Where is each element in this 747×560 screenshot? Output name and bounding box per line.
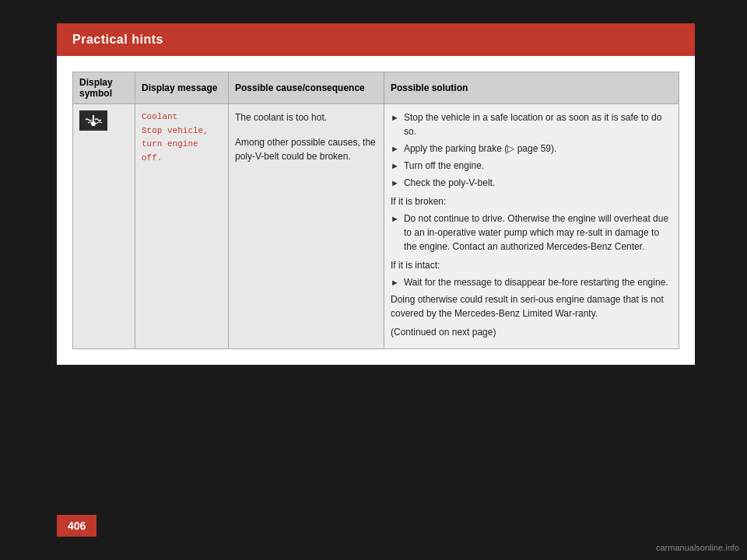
coolant-message: Coolant Stop vehicle, turn engine off. <box>142 110 222 165</box>
continued-text: (Continued on next page) <box>391 325 672 339</box>
cause-text-1: The coolant is too hot. <box>235 110 377 124</box>
bullet-text-1: Stop the vehicle in a safe location or a… <box>404 110 672 138</box>
solution-content: ► Stop the vehicle in a safe location or… <box>391 110 672 339</box>
col-header-solution: Possible solution <box>384 72 679 104</box>
bullet-item-5: ► Do not continue to drive. Otherwise th… <box>391 212 672 254</box>
header-bar: Practical hints <box>57 23 695 56</box>
bullet-text-4: Check the poly-V-belt. <box>404 176 495 190</box>
bullet-item-3: ► Turn off the engine. <box>391 159 672 173</box>
main-table: Display symbol Display message Possible … <box>72 72 679 349</box>
col-header-message: Display message <box>135 72 229 104</box>
table-container: Display symbol Display message Possible … <box>72 72 679 349</box>
page-title: Practical hints <box>72 33 163 46</box>
warning-text: Doing otherwise could result in seri-ous… <box>391 292 672 320</box>
cause-text-2: Among other possible causes, the poly-V-… <box>235 135 377 163</box>
arrow-icon-2: ► <box>391 142 399 156</box>
if-intact-label: If it is intact: <box>391 258 672 272</box>
arrow-icon-1: ► <box>391 111 399 124</box>
if-broken-label: If it is broken: <box>391 194 672 208</box>
coolant-svg <box>82 113 104 128</box>
table-row: Coolant Stop vehicle, turn engine off. T… <box>73 104 679 349</box>
arrow-icon-4: ► <box>391 177 399 190</box>
bullet-text-3: Turn off the engine. <box>404 159 484 173</box>
page-number: 406 <box>57 515 96 537</box>
coolant-icon <box>79 110 107 131</box>
bullet-item-2: ► Apply the parking brake (▷ page 59). <box>391 142 672 156</box>
bullet-item-1: ► Stop the vehicle in a safe location or… <box>391 110 672 138</box>
symbol-cell <box>73 104 135 349</box>
cause-cell: The coolant is too hot. Among other poss… <box>229 104 384 349</box>
col-header-cause: Possible cause/consequence <box>229 72 384 104</box>
watermark: carmanualsonline.info <box>656 543 739 552</box>
arrow-icon-5: ► <box>391 212 399 226</box>
bullet-text-5: Do not continue to drive. Otherwise the … <box>404 212 672 254</box>
bullet-item-6: ► Wait for the message to disappear be-f… <box>391 275 672 289</box>
solution-cell: ► Stop the vehicle in a safe location or… <box>384 104 679 349</box>
arrow-icon-6: ► <box>391 276 399 289</box>
content-area: Practical hints Display symbol Display m… <box>57 23 695 365</box>
message-cell: Coolant Stop vehicle, turn engine off. <box>135 104 229 349</box>
bullet-item-4: ► Check the poly-V-belt. <box>391 176 672 190</box>
col-header-symbol: Display symbol <box>73 72 135 104</box>
arrow-icon-3: ► <box>391 159 399 173</box>
bullet-text-6: Wait for the message to disappear be-for… <box>404 275 668 289</box>
bullet-text-2: Apply the parking brake (▷ page 59). <box>404 142 556 156</box>
